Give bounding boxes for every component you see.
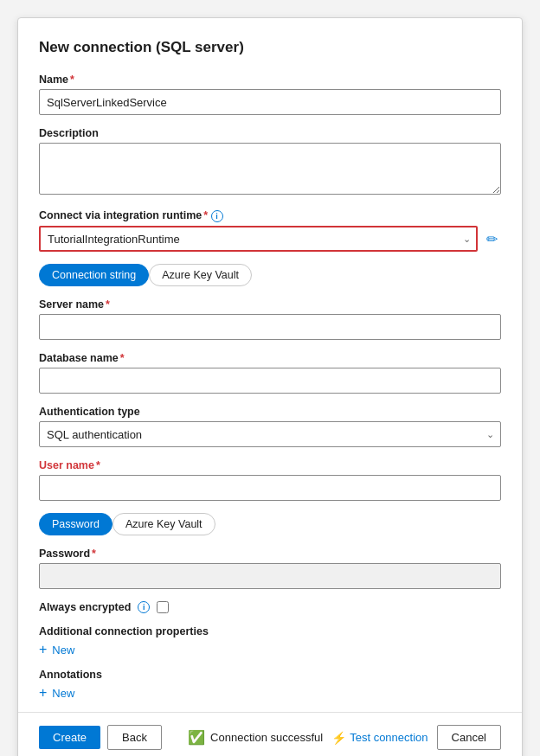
- additional-props-title: Additional connection properties: [39, 625, 501, 637]
- annotations-group: Annotations + New: [39, 669, 501, 700]
- server-name-input[interactable]: [39, 314, 501, 340]
- footer-right: ✅ Connection successful ⚡ Test connectio…: [188, 725, 501, 750]
- runtime-select[interactable]: TutorialIntegrationRuntime: [39, 226, 478, 252]
- server-name-label: Server name*: [39, 298, 501, 311]
- password-input[interactable]: [39, 563, 501, 589]
- user-name-group: User name*: [39, 459, 501, 501]
- annotations-title: Annotations: [39, 669, 501, 681]
- password-label: Password*: [39, 548, 501, 560]
- runtime-info-icon[interactable]: i: [211, 210, 223, 222]
- dialog-footer: Create Back ✅ Connection successful ⚡ Te…: [18, 712, 522, 756]
- always-encrypted-label: Always encrypted: [39, 601, 131, 613]
- additional-props-new-label: New: [52, 644, 74, 657]
- tab-connection-string[interactable]: Connection string: [39, 264, 149, 286]
- runtime-edit-button[interactable]: ✏: [483, 229, 501, 249]
- tab-password[interactable]: Password: [39, 513, 112, 535]
- connection-success-message: ✅ Connection successful: [188, 729, 323, 746]
- always-encrypted-checkbox[interactable]: [157, 601, 169, 613]
- runtime-group: Connect via integration runtime* i Tutor…: [39, 209, 501, 252]
- database-name-input[interactable]: [39, 368, 501, 394]
- runtime-row: TutorialIntegrationRuntime ⌄ ✏: [39, 226, 501, 252]
- back-button[interactable]: Back: [107, 725, 162, 750]
- name-input[interactable]: [39, 89, 501, 115]
- success-icon: ✅: [188, 729, 205, 746]
- name-label: Name*: [39, 74, 501, 86]
- test-connection-button[interactable]: ⚡ Test connection: [331, 731, 428, 745]
- server-name-group: Server name*: [39, 298, 501, 340]
- dialog-title: New connection (SQL server): [39, 39, 501, 56]
- always-encrypted-info-icon[interactable]: i: [138, 601, 150, 613]
- additional-props-group: Additional connection properties + New: [39, 625, 501, 657]
- name-group: Name*: [39, 74, 501, 115]
- connection-success-text: Connection successful: [210, 731, 323, 744]
- create-button[interactable]: Create: [39, 726, 100, 749]
- runtime-label: Connect via integration runtime* i: [39, 209, 501, 222]
- pencil-icon: ✏: [486, 231, 498, 247]
- tab-azure-key-vault[interactable]: Azure Key Vault: [149, 264, 252, 286]
- annotations-add-row[interactable]: + New: [39, 686, 501, 700]
- password-tab-group: Password Azure Key Vault: [39, 513, 501, 535]
- always-encrypted-row: Always encrypted i: [39, 601, 501, 613]
- cancel-button[interactable]: Cancel: [437, 725, 501, 750]
- test-connection-label: Test connection: [350, 731, 428, 744]
- footer-left: Create Back: [39, 725, 162, 750]
- description-group: Description: [39, 127, 501, 197]
- additional-props-plus-icon: +: [39, 643, 47, 657]
- annotations-plus-icon: +: [39, 686, 47, 700]
- lightning-icon: ⚡: [331, 731, 346, 745]
- annotations-new-label: New: [52, 687, 74, 700]
- database-name-label: Database name*: [39, 352, 501, 364]
- connection-tab-group: Connection string Azure Key Vault: [39, 264, 501, 286]
- user-name-label: User name*: [39, 459, 501, 471]
- tab-password-key-vault[interactable]: Azure Key Vault: [112, 513, 215, 535]
- additional-props-add-row[interactable]: + New: [39, 643, 501, 657]
- password-group: Password*: [39, 548, 501, 589]
- database-name-group: Database name*: [39, 352, 501, 394]
- new-connection-dialog: New connection (SQL server) Name* Descri…: [17, 17, 523, 756]
- auth-type-select-wrapper: SQL authentication Windows authenticatio…: [39, 421, 501, 447]
- auth-type-select[interactable]: SQL authentication Windows authenticatio…: [39, 421, 501, 447]
- runtime-select-wrapper: TutorialIntegrationRuntime ⌄: [39, 226, 478, 252]
- description-label: Description: [39, 127, 501, 139]
- auth-type-label: Authentication type: [39, 406, 501, 418]
- description-input[interactable]: [39, 143, 501, 195]
- auth-type-group: Authentication type SQL authentication W…: [39, 406, 501, 447]
- user-name-input[interactable]: [39, 475, 501, 501]
